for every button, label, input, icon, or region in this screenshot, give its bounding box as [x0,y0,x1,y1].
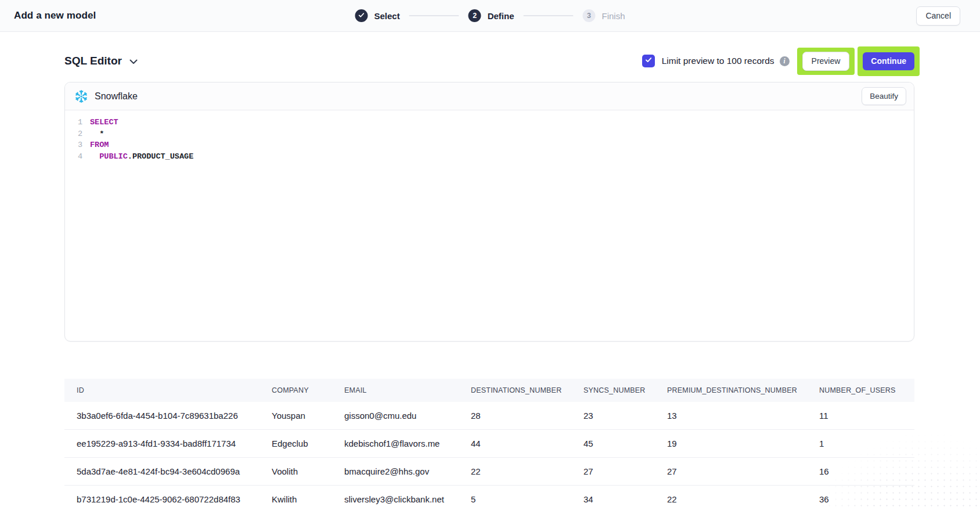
cell-email: bmacquire2@hhs.gov [332,466,459,476]
table-header-row: ID COMPANY EMAIL DESTINATIONS_NUMBER SYN… [64,379,914,402]
preview-button[interactable]: Preview [802,52,850,71]
cell-destinations-number: 44 [459,439,571,448]
cell-syncs-number: 34 [571,494,655,504]
code-line: 2 * [65,128,914,140]
page-title: Add a new model [14,10,96,21]
beautify-button[interactable]: Beautify [862,87,906,105]
column-header-syncs-number: SYNCS_NUMBER [571,386,655,394]
preview-highlight-annotation: Preview [797,48,855,75]
column-header-company: COMPANY [260,386,332,394]
continue-highlight-annotation: Continue [858,46,920,76]
top-bar: Add a new model Select 2 Define 3 Finish… [0,0,980,32]
cell-number-of-users: 16 [807,466,902,476]
cell-company: Kwilith [260,494,332,504]
code-line: 3 FROM [65,139,914,151]
cell-id: 5da3d7ae-4e81-424f-bc94-3e604cd0969a [64,466,260,476]
sql-editor-panel: Snowflake Beautify 1 SELECT 2 * 3 FROM 4… [64,82,914,342]
step-connector [524,15,574,16]
toolbar-actions: Limit preview to 100 records i Preview C… [642,46,920,76]
cancel-button[interactable]: Cancel [916,6,960,26]
code-line: 4 PUBLIC.PRODUCT_USAGE [65,151,914,163]
cell-destinations-number: 22 [459,466,571,476]
source-name: Snowflake [95,91,138,102]
cell-email: gisson0@cmu.edu [332,411,459,421]
preview-results-table: ID COMPANY EMAIL DESTINATIONS_NUMBER SYN… [64,379,914,510]
table-row[interactable]: 5da3d7ae-4e81-424f-bc94-3e604cd0969a Voo… [64,458,914,486]
cell-number-of-users: 11 [807,411,902,421]
cell-syncs-number: 45 [571,439,655,448]
sql-keyword: SELECT [90,118,118,127]
column-header-premium-destinations-number: PREMIUM_DESTINATIONS_NUMBER [655,386,807,394]
step-finish-label: Finish [602,11,625,21]
line-number: 4 [65,151,82,163]
check-icon [644,56,653,66]
table-row[interactable]: 3b3a0ef6-6fda-4454-b104-7c89631ba226 You… [64,402,914,430]
table-row[interactable]: ee195229-a913-4fd1-9334-bad8ff171734 Edg… [64,430,914,458]
snowflake-logo-icon [74,89,89,104]
step-select-circle [355,9,368,22]
step-finish-circle: 3 [583,9,596,22]
step-define[interactable]: 2 Define [469,9,514,22]
code-line: 1 SELECT [65,117,914,128]
column-header-email: EMAIL [332,386,459,394]
cell-company: Edgeclub [260,439,332,448]
cell-premium-destinations-number: 22 [655,494,807,504]
info-icon[interactable]: i [780,56,790,66]
editor-mode-label: SQL Editor [64,55,122,67]
cell-destinations-number: 28 [459,411,571,421]
sql-keyword: PUBLIC [90,152,128,161]
cell-premium-destinations-number: 27 [655,466,807,476]
column-header-number-of-users: NUMBER_OF_USERS [807,386,902,394]
editor-mode-dropdown[interactable]: SQL Editor [64,55,138,67]
cell-id: b731219d-1c0e-4425-9062-680722d84f83 [64,494,260,504]
cell-syncs-number: 27 [571,466,655,476]
step-connector [409,15,459,16]
sql-keyword: FROM [90,141,109,149]
chevron-down-icon [129,59,138,64]
continue-button[interactable]: Continue [863,52,914,70]
limit-preview-checkbox[interactable] [642,55,655,67]
wizard-stepper: Select 2 Define 3 Finish [355,0,625,31]
cell-number-of-users: 36 [807,494,902,504]
cell-id: 3b3a0ef6-6fda-4454-b104-7c89631ba226 [64,411,260,421]
main-content: SQL Editor Limit preview to 100 records … [0,46,980,510]
cell-premium-destinations-number: 13 [655,411,807,421]
sql-code-editor[interactable]: 1 SELECT 2 * 3 FROM 4 PUBLIC.PRODUCT_USA… [65,110,914,162]
cell-number-of-users: 1 [807,439,902,448]
table-row[interactable]: b731219d-1c0e-4425-9062-680722d84f83 Kwi… [64,486,914,510]
cell-email: kdebischof1@flavors.me [332,439,459,448]
column-header-id: ID [64,386,260,394]
check-icon [358,12,365,20]
step-define-label: Define [488,11,514,21]
line-number: 3 [65,139,82,151]
cell-premium-destinations-number: 19 [655,439,807,448]
line-number: 1 [65,117,82,128]
editor-toolbar: SQL Editor Limit preview to 100 records … [64,46,914,76]
cell-id: ee195229-a913-4fd1-9334-bad8ff171734 [64,439,260,448]
limit-preview-label: Limit preview to 100 records [662,56,774,66]
cell-company: Voolith [260,466,332,476]
column-header-destinations-number: DESTINATIONS_NUMBER [459,386,571,394]
sql-text: .PRODUCT_USAGE [128,152,193,161]
cell-company: Youspan [260,411,332,421]
step-define-circle: 2 [469,9,481,22]
cell-syncs-number: 23 [571,411,655,421]
sql-text: * [90,130,104,138]
step-select-label: Select [374,11,399,21]
step-finish: 3 Finish [583,9,625,22]
source-header: Snowflake Beautify [65,82,914,110]
cell-email: sliversley3@clickbank.net [332,494,459,504]
line-number: 2 [65,128,82,140]
cell-destinations-number: 5 [459,494,571,504]
step-select[interactable]: Select [355,9,399,22]
